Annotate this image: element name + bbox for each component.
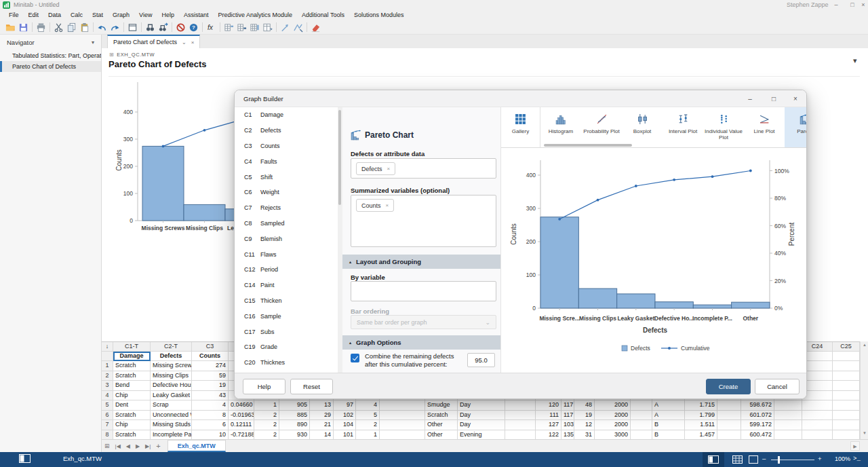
cell[interactable]: 117 <box>561 411 574 421</box>
save-icon[interactable] <box>17 22 30 33</box>
gallery-item-histogram[interactable]: Histogram <box>540 107 581 147</box>
insert-rows-icon[interactable] <box>235 22 248 33</box>
prev-worksheet-icon[interactable]: ◀ <box>123 443 133 449</box>
cell[interactable]: 890 <box>279 420 310 430</box>
defects-field[interactable]: Defects × <box>351 158 496 179</box>
undo-icon[interactable] <box>96 22 108 33</box>
menu-view[interactable]: View <box>134 10 157 20</box>
cell[interactable]: 1.457 <box>685 430 717 441</box>
cell[interactable]: -0.72188 <box>229 430 254 441</box>
menu-predictive-analytics-module[interactable]: Predictive Analytics Module <box>213 10 297 20</box>
cell[interactable] <box>774 400 802 411</box>
cell[interactable]: Other <box>425 430 458 441</box>
cell[interactable] <box>833 371 860 381</box>
dialog-close-icon[interactable]: × <box>786 90 805 107</box>
column-item-c4[interactable]: C4Faults <box>235 153 338 169</box>
cell[interactable]: 103 <box>561 420 574 430</box>
cell[interactable] <box>833 420 860 430</box>
manage-columns-icon[interactable] <box>261 22 274 33</box>
cell[interactable]: 885 <box>279 411 310 421</box>
select-graph-icon[interactable] <box>292 22 304 33</box>
cell[interactable]: 1 <box>254 400 279 411</box>
cell[interactable]: Scratch <box>113 361 151 371</box>
gallery-button[interactable]: Gallery <box>501 107 540 147</box>
cell[interactable]: Day <box>458 411 505 421</box>
dialog-minimize-icon[interactable]: – <box>741 90 760 107</box>
cell[interactable]: 1.511 <box>685 420 717 430</box>
cell[interactable]: 4 <box>192 400 229 411</box>
help-button[interactable]: Help <box>243 379 285 394</box>
cell[interactable]: 4 <box>356 400 380 411</box>
cell[interactable]: 120 <box>536 400 561 411</box>
cell[interactable] <box>631 400 652 411</box>
cell[interactable]: 97 <box>334 400 356 411</box>
column-item-c11[interactable]: C11Flaws <box>235 246 338 262</box>
cell[interactable] <box>802 430 833 441</box>
column-item-c12[interactable]: C12Period <box>235 262 338 278</box>
cell[interactable]: Scratch <box>113 411 151 421</box>
chip-remove-icon[interactable]: × <box>386 202 389 208</box>
cell[interactable]: 12 <box>574 420 595 430</box>
dialog-maximize-icon[interactable]: □ <box>764 90 783 107</box>
cell[interactable]: 598.672 <box>741 400 774 411</box>
cell[interactable]: Incomplete Part <box>151 430 192 441</box>
column-item-c3[interactable]: C3Counts <box>235 138 338 154</box>
zoom-slider-thumb[interactable] <box>778 456 780 464</box>
cell[interactable]: 2000 <box>595 400 631 411</box>
cell[interactable]: A <box>652 411 685 421</box>
gallery-item-individual-value-plot[interactable]: Individual Value Plot <box>703 107 744 147</box>
tab-pareto-chart-of-defects[interactable]: Pareto Chart of Defects ⌄ × <box>107 35 200 48</box>
cell[interactable] <box>833 411 860 421</box>
cell[interactable] <box>774 420 802 430</box>
gallery-item-pareto[interactable]: Pareto <box>785 107 807 147</box>
navigator-item-tabulated-statistics-part-operator[interactable]: Tabulated Statistics: Part, Operator <box>0 50 101 61</box>
tab-close-icon[interactable]: × <box>191 39 195 45</box>
row-number[interactable]: 1 <box>102 361 113 371</box>
by-variable-field[interactable] <box>351 281 496 301</box>
cell[interactable]: 127 <box>536 420 561 430</box>
cell[interactable] <box>774 430 802 441</box>
cell[interactable]: 2000 <box>595 411 631 421</box>
name-row-gutter[interactable] <box>102 352 113 361</box>
cell[interactable] <box>802 400 833 411</box>
column-name-c25[interactable] <box>833 352 860 361</box>
gallery-item-line-plot[interactable]: Line Plot <box>744 107 785 147</box>
cell[interactable] <box>833 361 860 371</box>
cell[interactable]: Missing Screws <box>151 361 192 371</box>
paste-icon[interactable] <box>78 22 91 33</box>
print-icon[interactable] <box>35 22 47 33</box>
navigator-item-pareto-chart-of-defects[interactable]: Pareto Chart of Defects <box>0 61 101 72</box>
column-name-Damage[interactable]: Damage <box>113 352 151 361</box>
cell[interactable]: 104 <box>334 420 356 430</box>
cell[interactable]: 5 <box>356 411 380 421</box>
counts-chip[interactable]: Counts × <box>356 199 394 212</box>
cell[interactable]: 274 <box>192 361 229 371</box>
cell[interactable] <box>717 430 741 441</box>
menu-solutions-modules[interactable]: Solutions Modules <box>349 10 409 20</box>
cell[interactable]: 1 <box>356 430 380 441</box>
chip-remove-icon[interactable]: × <box>387 166 391 172</box>
row-number[interactable]: 8 <box>102 430 113 441</box>
cell[interactable]: 599.172 <box>741 420 774 430</box>
column-item-c5[interactable]: C5Shift <box>235 169 338 185</box>
row-number[interactable]: 5 <box>102 400 113 411</box>
reset-button[interactable]: Reset <box>290 379 333 394</box>
menu-stat[interactable]: Stat <box>87 10 108 20</box>
hscroll-right-icon[interactable]: ▶ <box>850 441 860 451</box>
gallery-scrollbar[interactable] <box>544 144 632 147</box>
cell[interactable]: 59 <box>192 371 229 381</box>
command-line-icon[interactable]: >_ <box>853 455 861 462</box>
cell[interactable]: Unconnected Wir <box>151 411 192 421</box>
cell[interactable] <box>380 400 425 411</box>
cell[interactable] <box>380 430 425 441</box>
scroll-up-icon[interactable]: ▲ <box>861 343 868 347</box>
defects-chip[interactable]: Defects × <box>356 162 395 175</box>
cell[interactable] <box>774 411 802 421</box>
tab-menu-icon[interactable]: ⌄ <box>182 39 186 45</box>
cell[interactable] <box>802 411 833 421</box>
formula-icon[interactable]: fx <box>205 22 218 33</box>
cell[interactable]: 19 <box>192 381 229 391</box>
menu-data[interactable]: Data <box>43 10 66 20</box>
row-number[interactable]: 4 <box>102 391 113 401</box>
cell[interactable]: 1.799 <box>685 411 717 421</box>
